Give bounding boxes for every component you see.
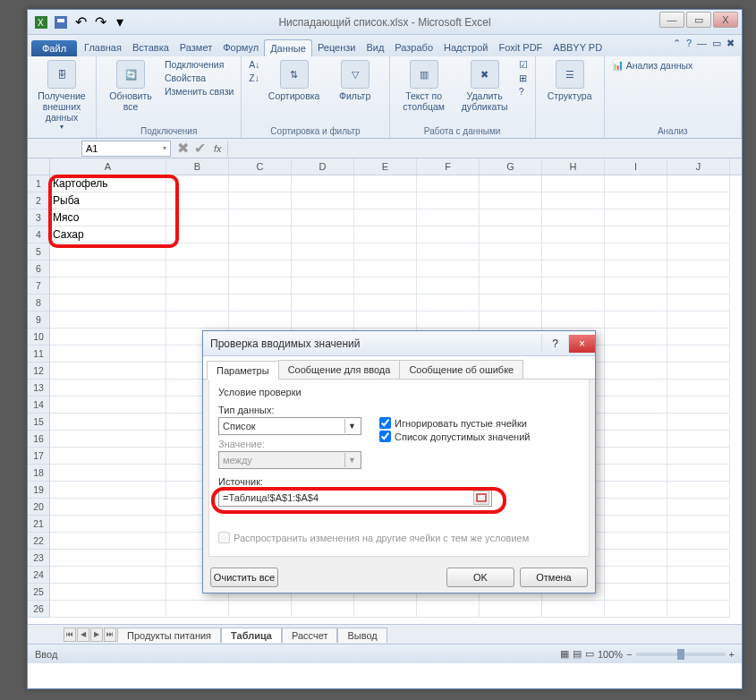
cell[interactable] — [417, 277, 480, 295]
cell[interactable] — [667, 533, 730, 550]
cell[interactable] — [50, 448, 166, 465]
col-header[interactable]: G — [480, 158, 542, 175]
cell[interactable] — [50, 431, 166, 448]
cell[interactable] — [166, 175, 229, 192]
cancel-edit-icon[interactable]: ✖ — [177, 140, 189, 157]
sheet-nav-prev-icon[interactable]: ◀ — [77, 627, 89, 642]
col-header[interactable]: E — [354, 158, 417, 175]
get-external-data-button[interactable]: 🗄 Получение внешних данных ▾ — [33, 58, 90, 132]
ribbon-min-icon[interactable]: ⌃ — [673, 38, 681, 49]
cell[interactable] — [542, 260, 605, 277]
source-input[interactable]: =Таблица!$A$1:$A$4 — [218, 489, 492, 507]
row-header[interactable]: 7 — [28, 277, 49, 295]
cell[interactable] — [542, 209, 605, 226]
clear-all-button[interactable]: Очистить все — [210, 568, 278, 587]
redo-icon[interactable]: ↷ — [92, 14, 108, 30]
connections-button[interactable]: Подключения — [163, 58, 235, 71]
cell[interactable] — [605, 533, 667, 550]
cell[interactable] — [667, 226, 730, 243]
cell[interactable] — [605, 431, 667, 448]
cell[interactable] — [50, 584, 166, 601]
cell[interactable] — [667, 431, 730, 448]
cell[interactable] — [229, 277, 292, 295]
cell[interactable] — [417, 192, 480, 209]
cell[interactable] — [50, 363, 166, 380]
row-header[interactable]: 14 — [28, 397, 49, 414]
formula-input[interactable] — [227, 141, 742, 157]
cell[interactable] — [292, 226, 354, 243]
cell[interactable] — [354, 312, 417, 329]
cell[interactable] — [605, 260, 667, 277]
in-cell-dropdown-checkbox[interactable]: Список допустимых значений — [379, 431, 530, 442]
file-tab[interactable]: Файл — [31, 40, 77, 56]
cell[interactable] — [480, 277, 542, 295]
cell[interactable] — [354, 295, 417, 312]
cell[interactable] — [50, 277, 166, 295]
cell[interactable] — [667, 499, 730, 516]
cell[interactable] — [229, 209, 292, 226]
whatif-button[interactable]: ? — [517, 85, 530, 98]
cell[interactable] — [166, 277, 229, 295]
cell[interactable] — [417, 209, 480, 226]
zoom-slider[interactable] — [636, 653, 726, 656]
qat-dropdown-icon[interactable]: ▾ — [112, 14, 128, 30]
col-header[interactable]: C — [229, 158, 292, 175]
cell[interactable] — [50, 295, 166, 312]
cell[interactable] — [667, 175, 730, 192]
row-header[interactable]: 24 — [28, 567, 49, 584]
cell[interactable] — [542, 175, 605, 192]
row-header[interactable]: 5 — [28, 243, 49, 260]
dialog-tab[interactable]: Сообщение для ввода — [278, 360, 401, 379]
ribbon-tab-foxit pdf[interactable]: Foxit PDF — [493, 39, 548, 56]
view-layout-icon[interactable]: ▤ — [573, 648, 582, 660]
cell[interactable] — [605, 295, 667, 312]
cell[interactable] — [667, 329, 730, 346]
sheet-nav-next-icon[interactable]: ▶ — [90, 627, 103, 642]
cell[interactable] — [417, 243, 480, 260]
cell[interactable] — [605, 550, 667, 567]
select-all-corner[interactable] — [28, 158, 50, 175]
cell[interactable] — [292, 243, 354, 260]
ignore-blank-checkbox[interactable]: Игнорировать пустые ячейки — [379, 417, 530, 429]
doc-max-icon[interactable]: ▭ — [712, 38, 721, 49]
row-header[interactable]: 23 — [28, 550, 49, 567]
cell[interactable] — [354, 277, 417, 295]
range-picker-icon[interactable] — [473, 491, 489, 505]
cell[interactable] — [50, 414, 166, 431]
cell[interactable] — [50, 380, 166, 397]
cell[interactable] — [229, 192, 292, 209]
cell[interactable] — [605, 397, 667, 414]
cell[interactable] — [417, 312, 480, 329]
sheet-nav-first-icon[interactable]: ⏮ — [64, 627, 76, 642]
cell[interactable]: Сахар — [50, 226, 166, 243]
filter-button[interactable]: ▽ Фильтр — [327, 58, 384, 103]
cell[interactable]: Мясо — [50, 209, 166, 226]
cell[interactable] — [50, 465, 166, 482]
save-icon[interactable] — [53, 14, 69, 30]
cell[interactable] — [166, 192, 229, 209]
cell[interactable] — [166, 226, 229, 243]
cell[interactable] — [354, 192, 417, 209]
cell[interactable] — [229, 260, 292, 277]
view-normal-icon[interactable]: ▦ — [560, 648, 569, 660]
cell[interactable] — [667, 465, 730, 482]
cell[interactable] — [605, 482, 667, 499]
cell[interactable] — [50, 312, 166, 329]
cancel-button[interactable]: Отмена — [520, 568, 588, 587]
cell[interactable] — [229, 312, 292, 329]
cell[interactable] — [667, 584, 730, 601]
cell[interactable] — [542, 192, 605, 209]
cell[interactable] — [50, 550, 166, 567]
row-header[interactable]: 4 — [28, 226, 49, 243]
ribbon-tab-разрабо[interactable]: Разрабо — [389, 39, 438, 56]
ribbon-tab-данные[interactable]: Данные — [264, 39, 312, 56]
row-header[interactable]: 20 — [28, 499, 49, 516]
cell[interactable]: Рыба — [50, 192, 166, 209]
dialog-titlebar[interactable]: Проверка вводимых значений ? × — [203, 331, 595, 356]
sort-asc-button[interactable]: A↓ — [247, 58, 261, 71]
row-header[interactable]: 25 — [28, 584, 49, 601]
cell[interactable] — [667, 312, 730, 329]
cell[interactable] — [292, 175, 354, 192]
cell[interactable] — [542, 226, 605, 243]
dialog-tab[interactable]: Параметры — [207, 361, 279, 380]
